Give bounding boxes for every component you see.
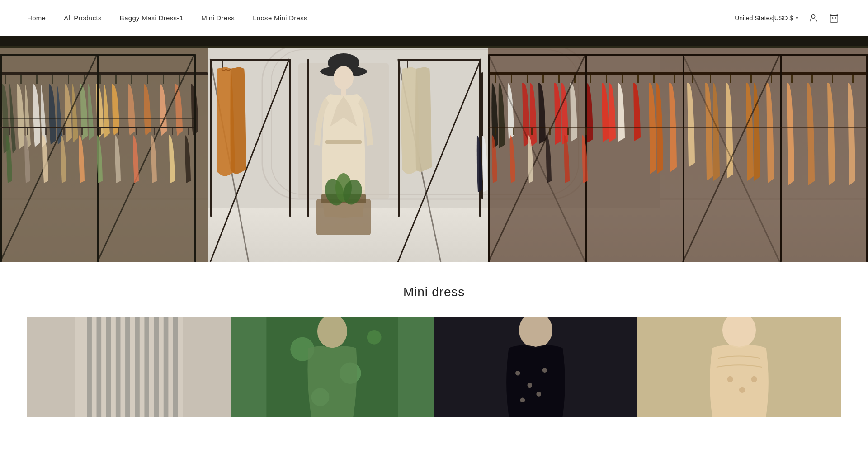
- svg-point-134: [527, 383, 532, 388]
- svg-rect-80: [653, 75, 655, 83]
- svg-rect-122: [164, 317, 169, 417]
- chevron-down-icon: ▼: [795, 15, 799, 20]
- product-grid: [27, 317, 841, 417]
- svg-rect-114: [87, 317, 92, 417]
- svg-point-137: [520, 398, 525, 403]
- svg-rect-123: [173, 317, 178, 417]
- svg-rect-78: [622, 75, 623, 83]
- svg-rect-27: [0, 127, 194, 128]
- site-header: Home All Products Baggy Maxi Dress-1 Min…: [0, 0, 868, 36]
- svg-rect-81: [674, 75, 675, 83]
- svg-rect-7: [5, 75, 6, 84]
- nav-baggy-maxi[interactable]: Baggy Maxi Dress-1: [120, 14, 183, 22]
- svg-rect-106: [495, 128, 496, 135]
- svg-rect-74: [558, 75, 560, 83]
- svg-rect-56: [398, 59, 400, 217]
- svg-point-141: [739, 387, 745, 393]
- svg-rect-109: [549, 128, 551, 135]
- product-image-3: [434, 317, 637, 417]
- svg-rect-61: [407, 61, 408, 69]
- svg-rect-89: [832, 75, 833, 83]
- svg-rect-91: [488, 54, 490, 262]
- cart-button[interactable]: [827, 11, 841, 25]
- svg-rect-87: [791, 75, 793, 83]
- product-image-2: [231, 317, 434, 417]
- svg-rect-58: [398, 59, 481, 61]
- svg-rect-63: [316, 199, 371, 235]
- svg-rect-37: [172, 128, 173, 135]
- account-icon: [808, 13, 818, 23]
- svg-rect-10: [52, 75, 53, 84]
- svg-rect-118: [125, 317, 130, 417]
- svg-point-133: [515, 371, 520, 376]
- product-card-1[interactable]: [27, 317, 231, 417]
- svg-rect-16: [147, 75, 148, 84]
- svg-rect-48: [222, 61, 223, 69]
- svg-rect-72: [527, 75, 528, 83]
- nav-mini-dress[interactable]: Mini Dress: [201, 14, 235, 22]
- svg-rect-36: [154, 128, 155, 135]
- svg-rect-14: [115, 75, 117, 84]
- svg-point-0: [811, 14, 815, 18]
- svg-rect-85: [750, 75, 752, 83]
- svg-rect-22: [194, 54, 196, 262]
- hero-image: [0, 36, 868, 262]
- svg-rect-73: [542, 75, 544, 83]
- svg-rect-50: [307, 59, 309, 217]
- svg-rect-83: [710, 75, 711, 83]
- svg-rect-43: [210, 59, 212, 217]
- svg-rect-120: [144, 317, 149, 417]
- svg-rect-30: [45, 128, 47, 135]
- svg-rect-102: [0, 46, 868, 48]
- svg-rect-11: [68, 75, 69, 84]
- svg-rect-79: [637, 75, 639, 83]
- svg-rect-88: [811, 75, 813, 83]
- svg-rect-38: [188, 128, 189, 135]
- hero-banner: [0, 36, 868, 262]
- svg-rect-15: [131, 75, 132, 84]
- nav-all-products[interactable]: All Products: [64, 14, 102, 22]
- nav-home[interactable]: Home: [27, 14, 46, 22]
- svg-rect-95: [866, 54, 868, 262]
- currency-selector[interactable]: United States|USD $ ▼: [735, 14, 799, 22]
- svg-rect-93: [683, 54, 684, 262]
- svg-rect-13: [99, 75, 101, 84]
- svg-rect-17: [163, 75, 164, 84]
- svg-rect-107: [513, 128, 514, 135]
- svg-rect-45: [210, 59, 291, 61]
- product-card-2[interactable]: [231, 317, 434, 417]
- svg-rect-86: [771, 75, 772, 83]
- svg-rect-55: [326, 140, 362, 144]
- svg-rect-110: [567, 128, 569, 135]
- svg-rect-94: [780, 54, 782, 262]
- product-card-3[interactable]: [434, 317, 637, 417]
- svg-rect-35: [136, 128, 137, 135]
- product-card-4[interactable]: [637, 317, 841, 417]
- svg-rect-108: [531, 128, 533, 135]
- svg-rect-9: [36, 75, 38, 84]
- svg-rect-119: [135, 317, 140, 417]
- svg-point-135: [542, 368, 547, 373]
- product-image-1: [27, 317, 231, 417]
- svg-rect-70: [495, 75, 496, 83]
- svg-rect-90: [852, 75, 854, 83]
- account-button[interactable]: [807, 11, 820, 25]
- svg-rect-24: [0, 118, 195, 119]
- product-image-4: [637, 317, 841, 417]
- mini-dress-section: Mini dress: [0, 262, 868, 435]
- svg-point-142: [751, 376, 757, 382]
- svg-rect-18: [179, 75, 180, 84]
- nav-loose-mini[interactable]: Loose Mini Dress: [253, 14, 307, 22]
- svg-rect-115: [97, 317, 102, 417]
- svg-rect-84: [730, 75, 731, 83]
- section-title: Mini dress: [27, 285, 841, 299]
- svg-rect-76: [590, 75, 591, 83]
- svg-rect-6: [0, 72, 208, 75]
- svg-rect-34: [118, 128, 119, 135]
- cart-icon: [829, 13, 839, 23]
- svg-rect-44: [289, 59, 291, 217]
- svg-rect-33: [99, 128, 101, 135]
- header-right: United States|USD $ ▼: [735, 11, 841, 25]
- svg-rect-28: [9, 128, 10, 135]
- svg-rect-20: [0, 54, 2, 262]
